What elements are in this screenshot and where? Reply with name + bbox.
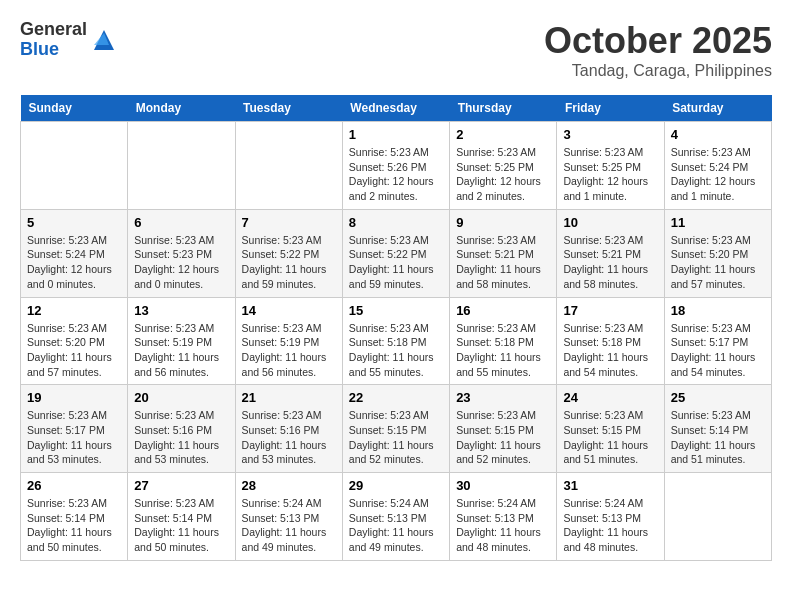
day-number: 19 [27, 390, 121, 405]
day-info: Sunrise: 5:23 AM Sunset: 5:25 PM Dayligh… [456, 145, 550, 204]
day-number: 26 [27, 478, 121, 493]
calendar-cell: 28Sunrise: 5:24 AM Sunset: 5:13 PM Dayli… [235, 473, 342, 561]
day-number: 10 [563, 215, 657, 230]
calendar-cell: 27Sunrise: 5:23 AM Sunset: 5:14 PM Dayli… [128, 473, 235, 561]
calendar-cell: 5Sunrise: 5:23 AM Sunset: 5:24 PM Daylig… [21, 209, 128, 297]
calendar-cell: 22Sunrise: 5:23 AM Sunset: 5:15 PM Dayli… [342, 385, 449, 473]
day-info: Sunrise: 5:23 AM Sunset: 5:15 PM Dayligh… [563, 408, 657, 467]
calendar-cell: 14Sunrise: 5:23 AM Sunset: 5:19 PM Dayli… [235, 297, 342, 385]
calendar-cell: 16Sunrise: 5:23 AM Sunset: 5:18 PM Dayli… [450, 297, 557, 385]
calendar-week-4: 19Sunrise: 5:23 AM Sunset: 5:17 PM Dayli… [21, 385, 772, 473]
calendar-cell: 26Sunrise: 5:23 AM Sunset: 5:14 PM Dayli… [21, 473, 128, 561]
calendar-cell: 24Sunrise: 5:23 AM Sunset: 5:15 PM Dayli… [557, 385, 664, 473]
day-number: 24 [563, 390, 657, 405]
calendar-cell: 30Sunrise: 5:24 AM Sunset: 5:13 PM Dayli… [450, 473, 557, 561]
day-info: Sunrise: 5:23 AM Sunset: 5:22 PM Dayligh… [242, 233, 336, 292]
day-number: 11 [671, 215, 765, 230]
day-info: Sunrise: 5:24 AM Sunset: 5:13 PM Dayligh… [242, 496, 336, 555]
day-number: 15 [349, 303, 443, 318]
day-info: Sunrise: 5:23 AM Sunset: 5:21 PM Dayligh… [456, 233, 550, 292]
calendar-cell: 18Sunrise: 5:23 AM Sunset: 5:17 PM Dayli… [664, 297, 771, 385]
calendar-cell: 15Sunrise: 5:23 AM Sunset: 5:18 PM Dayli… [342, 297, 449, 385]
calendar-cell [128, 122, 235, 210]
calendar-cell: 9Sunrise: 5:23 AM Sunset: 5:21 PM Daylig… [450, 209, 557, 297]
title-block: October 2025 Tandag, Caraga, Philippines [544, 20, 772, 80]
calendar-cell: 29Sunrise: 5:24 AM Sunset: 5:13 PM Dayli… [342, 473, 449, 561]
calendar-cell: 1Sunrise: 5:23 AM Sunset: 5:26 PM Daylig… [342, 122, 449, 210]
calendar-cell: 17Sunrise: 5:23 AM Sunset: 5:18 PM Dayli… [557, 297, 664, 385]
weekday-header-sunday: Sunday [21, 95, 128, 122]
day-info: Sunrise: 5:23 AM Sunset: 5:16 PM Dayligh… [242, 408, 336, 467]
calendar-cell: 3Sunrise: 5:23 AM Sunset: 5:25 PM Daylig… [557, 122, 664, 210]
location-subtitle: Tandag, Caraga, Philippines [544, 62, 772, 80]
day-info: Sunrise: 5:23 AM Sunset: 5:22 PM Dayligh… [349, 233, 443, 292]
day-info: Sunrise: 5:23 AM Sunset: 5:19 PM Dayligh… [134, 321, 228, 380]
day-info: Sunrise: 5:23 AM Sunset: 5:17 PM Dayligh… [27, 408, 121, 467]
calendar-cell: 4Sunrise: 5:23 AM Sunset: 5:24 PM Daylig… [664, 122, 771, 210]
day-number: 12 [27, 303, 121, 318]
day-info: Sunrise: 5:23 AM Sunset: 5:15 PM Dayligh… [349, 408, 443, 467]
day-info: Sunrise: 5:24 AM Sunset: 5:13 PM Dayligh… [349, 496, 443, 555]
calendar-cell [21, 122, 128, 210]
weekday-header-tuesday: Tuesday [235, 95, 342, 122]
logo-icon [89, 25, 119, 55]
day-number: 27 [134, 478, 228, 493]
calendar-cell: 20Sunrise: 5:23 AM Sunset: 5:16 PM Dayli… [128, 385, 235, 473]
day-number: 22 [349, 390, 443, 405]
calendar-cell: 25Sunrise: 5:23 AM Sunset: 5:14 PM Dayli… [664, 385, 771, 473]
day-info: Sunrise: 5:23 AM Sunset: 5:20 PM Dayligh… [27, 321, 121, 380]
day-number: 8 [349, 215, 443, 230]
day-number: 21 [242, 390, 336, 405]
day-info: Sunrise: 5:23 AM Sunset: 5:25 PM Dayligh… [563, 145, 657, 204]
logo-general: General [20, 19, 87, 39]
day-info: Sunrise: 5:23 AM Sunset: 5:26 PM Dayligh… [349, 145, 443, 204]
day-number: 13 [134, 303, 228, 318]
day-info: Sunrise: 5:23 AM Sunset: 5:18 PM Dayligh… [456, 321, 550, 380]
calendar-cell: 31Sunrise: 5:24 AM Sunset: 5:13 PM Dayli… [557, 473, 664, 561]
day-info: Sunrise: 5:24 AM Sunset: 5:13 PM Dayligh… [456, 496, 550, 555]
day-info: Sunrise: 5:24 AM Sunset: 5:13 PM Dayligh… [563, 496, 657, 555]
day-number: 31 [563, 478, 657, 493]
calendar-cell: 21Sunrise: 5:23 AM Sunset: 5:16 PM Dayli… [235, 385, 342, 473]
day-info: Sunrise: 5:23 AM Sunset: 5:14 PM Dayligh… [134, 496, 228, 555]
day-info: Sunrise: 5:23 AM Sunset: 5:24 PM Dayligh… [671, 145, 765, 204]
calendar-week-1: 1Sunrise: 5:23 AM Sunset: 5:26 PM Daylig… [21, 122, 772, 210]
page-header: General Blue October 2025 Tandag, Caraga… [20, 20, 772, 80]
day-number: 17 [563, 303, 657, 318]
day-number: 23 [456, 390, 550, 405]
day-number: 2 [456, 127, 550, 142]
day-info: Sunrise: 5:23 AM Sunset: 5:21 PM Dayligh… [563, 233, 657, 292]
day-number: 6 [134, 215, 228, 230]
weekday-header-saturday: Saturday [664, 95, 771, 122]
day-info: Sunrise: 5:23 AM Sunset: 5:15 PM Dayligh… [456, 408, 550, 467]
weekday-header-wednesday: Wednesday [342, 95, 449, 122]
calendar-cell: 11Sunrise: 5:23 AM Sunset: 5:20 PM Dayli… [664, 209, 771, 297]
weekday-header-monday: Monday [128, 95, 235, 122]
calendar-cell: 10Sunrise: 5:23 AM Sunset: 5:21 PM Dayli… [557, 209, 664, 297]
calendar-cell [664, 473, 771, 561]
day-info: Sunrise: 5:23 AM Sunset: 5:24 PM Dayligh… [27, 233, 121, 292]
day-number: 7 [242, 215, 336, 230]
calendar-week-2: 5Sunrise: 5:23 AM Sunset: 5:24 PM Daylig… [21, 209, 772, 297]
day-number: 9 [456, 215, 550, 230]
day-number: 28 [242, 478, 336, 493]
day-info: Sunrise: 5:23 AM Sunset: 5:18 PM Dayligh… [349, 321, 443, 380]
logo: General Blue [20, 20, 119, 60]
calendar-cell: 13Sunrise: 5:23 AM Sunset: 5:19 PM Dayli… [128, 297, 235, 385]
weekday-header-thursday: Thursday [450, 95, 557, 122]
calendar-cell: 8Sunrise: 5:23 AM Sunset: 5:22 PM Daylig… [342, 209, 449, 297]
weekday-header-row: SundayMondayTuesdayWednesdayThursdayFrid… [21, 95, 772, 122]
day-info: Sunrise: 5:23 AM Sunset: 5:16 PM Dayligh… [134, 408, 228, 467]
calendar-cell: 23Sunrise: 5:23 AM Sunset: 5:15 PM Dayli… [450, 385, 557, 473]
day-info: Sunrise: 5:23 AM Sunset: 5:19 PM Dayligh… [242, 321, 336, 380]
day-info: Sunrise: 5:23 AM Sunset: 5:14 PM Dayligh… [27, 496, 121, 555]
day-info: Sunrise: 5:23 AM Sunset: 5:18 PM Dayligh… [563, 321, 657, 380]
logo-blue: Blue [20, 39, 59, 59]
day-number: 25 [671, 390, 765, 405]
day-info: Sunrise: 5:23 AM Sunset: 5:23 PM Dayligh… [134, 233, 228, 292]
weekday-header-friday: Friday [557, 95, 664, 122]
calendar-cell: 2Sunrise: 5:23 AM Sunset: 5:25 PM Daylig… [450, 122, 557, 210]
calendar-cell [235, 122, 342, 210]
day-number: 30 [456, 478, 550, 493]
day-info: Sunrise: 5:23 AM Sunset: 5:20 PM Dayligh… [671, 233, 765, 292]
